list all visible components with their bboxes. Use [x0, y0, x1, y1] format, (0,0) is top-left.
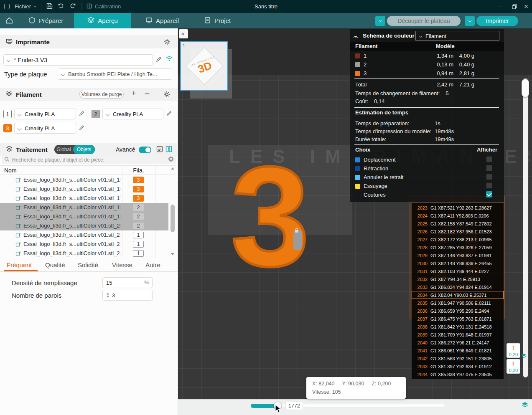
seams-checkbox[interactable]: [486, 191, 492, 197]
row-filament-badge[interactable]: 2: [133, 204, 144, 211]
gcode-line[interactable]: 2027G1 X82.172 Y88.213 E.00965: [412, 235, 504, 243]
collapse-scheme-icon[interactable]: [354, 33, 357, 40]
filament-slot-1-color[interactable]: 1: [3, 110, 12, 118]
printer-settings-gear-icon[interactable]: [164, 38, 171, 45]
scope-global-option[interactable]: Global: [54, 147, 73, 152]
redo-icon[interactable]: [69, 3, 76, 10]
gcode-line[interactable]: 2029G1 X87.146 Y93.837 E.01981: [412, 251, 504, 259]
scroll-down-icon[interactable]: [171, 253, 174, 255]
scheme-mode-select[interactable]: Filament: [415, 31, 499, 41]
wifi-icon[interactable]: [165, 55, 173, 63]
save-icon[interactable]: [46, 3, 53, 10]
row-filament-badge[interactable]: 1: [133, 250, 144, 257]
edit-printer-icon[interactable]: [155, 56, 162, 63]
tab-qualite[interactable]: Qualité: [45, 261, 65, 268]
tab-apercu[interactable]: Aperçu: [74, 13, 131, 28]
gcode-line[interactable]: 2030G1 X82.148 Y88.839 E.26455: [412, 259, 504, 267]
row-filament-badge[interactable]: 1: [133, 241, 144, 248]
minimize-button[interactable]: –: [493, 0, 507, 13]
tab-frequent[interactable]: Fréquent: [7, 261, 32, 268]
gcode-line[interactable]: 2038G1 X81.842 Y91.131 E.24518: [412, 323, 504, 331]
row-filament-badge[interactable]: 2: [133, 213, 144, 220]
object-row-selected[interactable]: Essai_logo_li3d.fr_s...ultiColor v01.stl…: [0, 221, 168, 230]
filament-1-select[interactable]: Creality PLA: [14, 109, 76, 119]
printed-model-3[interactable]: 3: [231, 145, 310, 287]
layer-range-link-icon[interactable]: [521, 353, 527, 361]
gcode-line[interactable]: 2039G1 X81.709 Y91.648 E.01997: [412, 331, 504, 339]
plate-thumbnail-1[interactable]: 1 LES IMPRIMANTES 3D: [180, 41, 228, 91]
object-row[interactable]: Essai_logo_li3d.fr_s...ultiColor v01.stl…: [0, 240, 168, 249]
purge-volumes-button[interactable]: Volumes de purge: [79, 90, 124, 99]
advanced-toggle[interactable]: [139, 147, 151, 153]
infill-density-input[interactable]: [106, 280, 131, 286]
gcode-line[interactable]: 2026G1 X82.182 Y87.956 E.01523: [412, 228, 504, 235]
gcode-line[interactable]: 2036G1 X86.659 Y95.299 E.2494: [412, 307, 504, 315]
gcode-line[interactable]: 2041G1 X86.061 Y96.649 E.01821: [412, 347, 504, 354]
add-filament-button[interactable]: +: [130, 89, 138, 98]
tab-autre[interactable]: Autre: [145, 261, 160, 268]
gcode-line[interactable]: 2033G1 X86.834 Y94.824 E.01914: [412, 283, 504, 291]
object-row-selected[interactable]: Essai_logo_li3d.fr_s...ultiColor v01.stl…: [0, 203, 168, 212]
plate-type-select[interactable]: Bambu Smooth PEI Plate / High Te...: [58, 68, 172, 80]
layer-slider-handle[interactable]: [522, 79, 529, 97]
layers-view-icon[interactable]: [521, 401, 529, 410]
edit-filament-2-icon[interactable]: [166, 110, 173, 117]
gcode-line[interactable]: 2032G1 X87 Y94.34 E.25913: [412, 275, 504, 283]
row-filament-badge[interactable]: 1: [133, 232, 144, 238]
edit-filament-3-icon[interactable]: [79, 124, 85, 131]
wall-count-input[interactable]: [112, 292, 137, 299]
scroll-up-icon[interactable]: [171, 167, 174, 170]
layer-slider-track[interactable]: [523, 78, 528, 377]
row-filament-badge[interactable]: 2: [133, 223, 144, 229]
object-row[interactable]: Essai_logo_li3d.fr_s...ultiColor v01.stl…: [0, 175, 168, 185]
scrollbar-thumb[interactable]: [171, 205, 175, 232]
filament-slot-3-color[interactable]: 3: [3, 124, 12, 132]
object-row[interactable]: Essai_logo_li3d.fr_s...ultiColor v01.stl…: [0, 230, 168, 240]
wall-count-field[interactable]: [102, 290, 153, 301]
object-row[interactable]: Essai_logo_li3d.fr_s...ultiColor v01.stl…: [0, 194, 168, 203]
remove-filament-button[interactable]: –: [143, 89, 151, 98]
gcode-line[interactable]: 2024G1 X87.411 Y92.803 E.0206: [412, 212, 504, 220]
row-filament-badge[interactable]: 3: [133, 177, 144, 183]
unretraction-checkbox[interactable]: [486, 174, 492, 180]
clear-search-icon[interactable]: [168, 156, 174, 164]
gcode-line-current[interactable]: 2034G1 X82.04 Y90.03 E.25371: [412, 291, 504, 299]
tab-projet[interactable]: Projet: [199, 13, 236, 28]
gcode-line[interactable]: 2028G1 X87.285 Y93.326 E.27059: [412, 243, 504, 251]
stepper-arrows[interactable]: [106, 293, 109, 298]
infill-density-field[interactable]: %: [102, 277, 153, 288]
search-bar[interactable]: [2, 156, 176, 164]
filament-3-select[interactable]: Creality PLA: [14, 123, 76, 134]
retraction-checkbox[interactable]: [486, 165, 492, 171]
object-row-selected[interactable]: Essai_logo_li3d.fr_s...ultiColor v01.stl…: [0, 212, 168, 221]
search-input[interactable]: [12, 157, 165, 163]
gcode-line[interactable]: 2031G1 X82.103 Y89.444 E.0227: [412, 267, 504, 275]
row-filament-badge[interactable]: 3: [133, 195, 144, 202]
gcode-line[interactable]: 2037G1 X86.475 Y95.763 E.01871: [412, 315, 504, 323]
row-filament-badge[interactable]: 3: [133, 186, 144, 192]
gcode-line[interactable]: 2025G1 X82.158 Y87.549 E.27802: [412, 220, 504, 228]
slice-options-chevron[interactable]: [375, 16, 385, 26]
tab-appareil[interactable]: Appareil: [140, 13, 184, 28]
tab-preparer[interactable]: Préparer: [23, 13, 68, 28]
gcode-line[interactable]: 2035G1 X81.947 Y90.586 E.02111: [412, 299, 504, 307]
object-row[interactable]: Essai_logo_li3d.fr_s...ultiColor v01.stl…: [0, 249, 168, 258]
parameter-list-icon[interactable]: [156, 146, 163, 154]
home-button[interactable]: [5, 16, 13, 26]
filament-settings-gear-icon[interactable]: [163, 91, 170, 98]
print-options-chevron[interactable]: [465, 16, 475, 26]
filament-slot-2-color[interactable]: 2: [92, 110, 100, 118]
scope-segmented-control[interactable]: Global Objets: [54, 145, 95, 154]
print-button[interactable]: Imprimer: [476, 16, 518, 26]
gcode-line[interactable]: 2044G1 X85.838 Y97.075 E.23505: [412, 370, 504, 378]
slice-plate-button[interactable]: Découper le plateau: [387, 16, 461, 26]
file-menu[interactable]: Fichier: [15, 3, 36, 10]
scope-objects-option[interactable]: Objets: [73, 145, 95, 154]
filament-2-select[interactable]: Creality PLA: [102, 109, 163, 119]
object-row[interactable]: Essai_logo_li3d.fr_s...ultiColor v01.stl…: [0, 185, 168, 194]
gcode-line[interactable]: 2042G1 X81.563 Y92.151 E.23805: [412, 354, 504, 362]
undo-icon[interactable]: [58, 3, 64, 10]
gcode-line[interactable]: 2023G1 X87.521 Y92.263 E.28627: [412, 204, 504, 212]
calibration-menu[interactable]: Calibration: [87, 3, 121, 10]
table-scrollbar[interactable]: [169, 165, 176, 258]
